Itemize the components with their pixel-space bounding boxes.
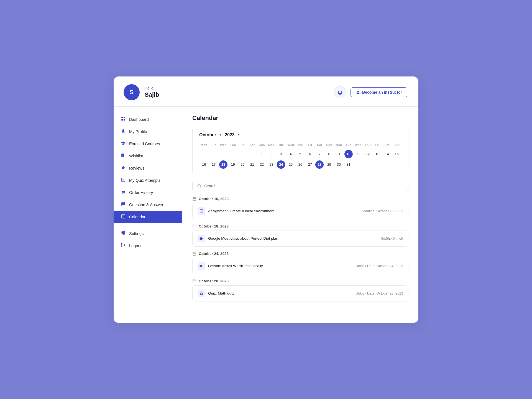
col-tue1: Tue: [209, 142, 219, 149]
year-select[interactable]: 2023: [225, 132, 240, 137]
cal-day-10[interactable]: 10: [344, 149, 353, 159]
day-30[interactable]: 30: [335, 160, 343, 169]
day-31[interactable]: 31: [344, 160, 353, 169]
cal-day-5[interactable]: 5: [296, 149, 305, 159]
day-1[interactable]: 1: [258, 150, 266, 158]
cal-day-16[interactable]: 16: [199, 159, 209, 170]
cal-day-18[interactable]: 18: [219, 159, 228, 170]
sidebar-item-calendar[interactable]: Calendar: [114, 211, 182, 223]
sidebar-item-logout[interactable]: Logout: [114, 240, 182, 252]
cal-day-23[interactable]: 23: [267, 159, 276, 170]
sidebar-item-reviews[interactable]: Reviews: [114, 162, 182, 174]
sidebar-item-quiz-attempts[interactable]: My Quiz Attempts: [114, 174, 182, 186]
quiz-icon-box: [198, 290, 205, 297]
cal-day-28[interactable]: 28: [315, 159, 324, 170]
sidebar-item-dashboard[interactable]: Dashboard: [114, 113, 182, 126]
cal-day-25[interactable]: 25: [286, 159, 296, 170]
day-9[interactable]: 9: [335, 150, 343, 158]
year-select-wrap[interactable]: 2023 ▾: [225, 132, 240, 137]
sidebar-item-settings[interactable]: Settings: [114, 227, 182, 240]
cal-day-1[interactable]: 1: [257, 149, 267, 159]
cal-day-6[interactable]: 6: [305, 149, 315, 159]
day-12[interactable]: 12: [364, 150, 372, 158]
day-23[interactable]: 23: [267, 160, 276, 169]
sidebar-item-enrolled-courses[interactable]: Enrolled Courses: [114, 138, 182, 150]
cal-day-14[interactable]: 14: [382, 149, 392, 159]
cal-day-3[interactable]: 3: [276, 149, 286, 159]
cal-day-15[interactable]: 15: [392, 149, 401, 159]
day-25[interactable]: 25: [287, 160, 295, 169]
day-22[interactable]: 22: [258, 160, 266, 169]
quiz-attempts-label: My Quiz Attempts: [129, 178, 161, 183]
cal-day-26[interactable]: 26: [296, 159, 305, 170]
day-11[interactable]: 11: [354, 150, 362, 158]
day-8[interactable]: 8: [325, 150, 333, 158]
day-26[interactable]: 26: [296, 160, 305, 169]
cal-day-30[interactable]: 30: [334, 159, 344, 170]
enrolled-courses-label: Enrolled Courses: [129, 142, 160, 146]
calendar-grid: Mon Tue Wed Thu Fri Sat Sun Mon Tue Wed …: [199, 142, 401, 170]
day-13[interactable]: 13: [373, 150, 382, 158]
cal-day-8[interactable]: 8: [324, 149, 334, 159]
dashboard-icon: [120, 116, 126, 122]
svg-marker-32: [202, 238, 203, 239]
day-5[interactable]: 5: [296, 150, 305, 158]
order-history-label: Order History: [129, 190, 153, 195]
event-card-quiz: Quiz: Math quiz Unlock Date: October 28,…: [192, 285, 408, 301]
day-7[interactable]: 7: [315, 150, 324, 158]
day-16[interactable]: 16: [200, 160, 208, 169]
cal-day-2[interactable]: 2: [267, 149, 276, 159]
enrolled-courses-icon: [120, 141, 126, 147]
cal-day-4[interactable]: 4: [286, 149, 296, 159]
cal-day-31[interactable]: 31: [344, 159, 353, 170]
svg-point-19: [198, 184, 201, 187]
sidebar-item-order-history[interactable]: Order History: [114, 186, 182, 199]
day-15[interactable]: 15: [393, 150, 401, 158]
cal-day-21[interactable]: 21: [247, 159, 257, 170]
day-28[interactable]: 28: [315, 160, 324, 169]
day-2[interactable]: 2: [267, 150, 276, 158]
date-icon-oct10: [192, 197, 196, 201]
day-27[interactable]: 27: [306, 160, 314, 169]
col-thu2: Thu: [296, 142, 305, 149]
day-24[interactable]: 24: [277, 160, 285, 169]
cal-day-19[interactable]: 19: [228, 159, 238, 170]
day-14[interactable]: 14: [383, 150, 391, 158]
cal-day-13[interactable]: 13: [373, 149, 382, 159]
sidebar-item-question-answer[interactable]: Question & Answer: [114, 199, 182, 211]
cal-day-7[interactable]: 7: [315, 149, 324, 159]
col-sat1: Sat: [247, 142, 257, 149]
day-3[interactable]: 3: [277, 150, 285, 158]
col-mon2: Mon: [267, 142, 276, 149]
day-6[interactable]: 6: [306, 150, 314, 158]
day-19[interactable]: 19: [229, 160, 237, 169]
calendar-header: October ▾ 2023 ▾: [199, 132, 401, 137]
cal-day-11[interactable]: 11: [353, 149, 363, 159]
cal-day-29[interactable]: 29: [324, 159, 334, 170]
col-fri2: Fri: [305, 142, 315, 149]
day-4[interactable]: 4: [287, 150, 295, 158]
cal-day-27[interactable]: 27: [305, 159, 315, 170]
sidebar-item-my-profile[interactable]: My Profile: [114, 126, 182, 138]
cal-day-22[interactable]: 22: [257, 159, 267, 170]
event-group-oct28: October 28, 2023 Quiz: Math quiz Unlock …: [192, 279, 408, 301]
cal-day-20[interactable]: 20: [238, 159, 247, 170]
search-input[interactable]: [204, 184, 404, 188]
month-select-wrap[interactable]: October ▾: [199, 132, 221, 137]
cal-day-9[interactable]: 9: [334, 149, 344, 159]
day-20[interactable]: 20: [238, 160, 247, 169]
day-29[interactable]: 29: [325, 160, 333, 169]
day-10[interactable]: 10: [344, 150, 353, 158]
cal-day-12[interactable]: 12: [363, 149, 373, 159]
day-21[interactable]: 21: [248, 160, 256, 169]
day-17[interactable]: 17: [209, 160, 218, 169]
day-18[interactable]: 18: [219, 160, 227, 169]
become-instructor-button[interactable]: Become an instructor: [351, 87, 407, 97]
cal-day-17[interactable]: 17: [209, 159, 219, 170]
bell-button[interactable]: [334, 86, 346, 98]
sidebar-item-wishlist[interactable]: Wishlist: [114, 150, 182, 162]
cal-day-24[interactable]: 24: [276, 159, 286, 170]
svg-rect-4: [123, 119, 125, 120]
cal-day-empty-e1: [353, 159, 363, 170]
month-select[interactable]: October: [199, 132, 221, 137]
